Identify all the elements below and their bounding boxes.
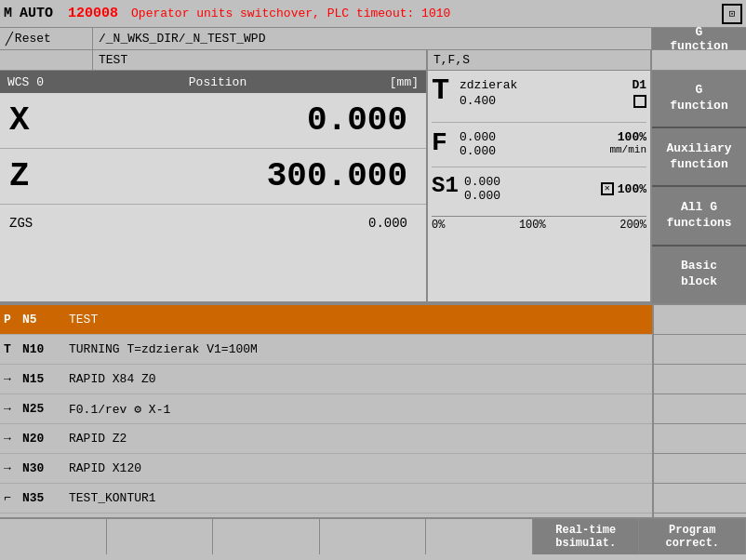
nc-row[interactable]: TN10TURNING T=zdzierak V1=100M — [0, 335, 652, 365]
nc-side-cell — [654, 394, 746, 424]
reset-slash: ╱ — [6, 32, 13, 47]
nc-side-cell — [654, 424, 746, 454]
path-display: /_N_WKS_DIR/_N_TEST_WPD — [93, 28, 652, 49]
top-bar: M AUTO 120008 Operator units switchover,… — [0, 0, 746, 28]
nc-content: TEST — [69, 313, 648, 327]
nc-content: RAPID Z2 — [69, 432, 648, 446]
nc-number: N30 — [22, 461, 69, 475]
t-content: zdzierak D1 0.400 — [460, 76, 646, 118]
z-axis-value: 300.000 — [56, 157, 417, 195]
program-name: TEST — [99, 53, 127, 67]
x-axis-value: 0.000 — [56, 101, 417, 140]
nc-row[interactable]: →N30RAPID X120 — [0, 454, 652, 484]
zgs-row: ZGS 0.000 — [0, 205, 426, 242]
alarm-code: 120008 — [68, 6, 118, 21]
nc-prefix: → — [4, 461, 22, 475]
nc-number: N10 — [22, 342, 69, 356]
nc-row[interactable]: →N25F0.1/rev ⚙ X-1 — [0, 394, 652, 424]
z-axis-name: Z — [9, 157, 56, 195]
f-label: F — [432, 127, 460, 163]
nc-side — [652, 305, 746, 517]
t-value: 0.400 — [460, 94, 496, 108]
g-function-side-btn[interactable]: G function — [652, 71, 746, 128]
nc-area: PN5TESTTN10TURNING T=zdzierak V1=100M→N1… — [0, 303, 746, 517]
f-pct: 100% — [609, 130, 646, 144]
nc-number: N35 — [22, 491, 69, 505]
nc-row[interactable]: →N15RAPID X84 Z0 — [0, 365, 652, 394]
spindle-x-icon: ✕ — [601, 182, 614, 195]
bottom-cell-4 — [426, 519, 533, 554]
s-content: 0.000 0.000 ✕ 100% — [464, 171, 646, 208]
unit-label: [mm] — [344, 75, 419, 89]
x-axis-name: X — [9, 101, 56, 140]
second-bar: ╱ Reset /_N_WKS_DIR/_N_TEST_WPD G functi… — [0, 28, 746, 50]
reset-button[interactable]: ╱ Reset — [0, 28, 93, 49]
zgs-value: 0.000 — [65, 216, 417, 231]
all-g-functions-btn[interactable]: All G functions — [652, 187, 746, 246]
nc-content: TURNING T=zdzierak V1=100M — [69, 342, 648, 356]
bottom-cell-5[interactable]: Real-time bsimulat. — [533, 519, 640, 554]
nc-side-cell — [654, 484, 746, 513]
nc-content: TEST_KONTUR1 — [69, 491, 648, 505]
bottom-cell-2 — [213, 519, 320, 554]
t-section: T zdzierak D1 0.400 — [432, 76, 646, 123]
nc-side-cell — [654, 335, 746, 365]
nc-side-cell — [654, 454, 746, 484]
aux-function-btn[interactable]: Auxiliary function — [652, 128, 746, 187]
f-unit: mm/min — [609, 144, 646, 155]
nc-row[interactable]: ⌐N35TEST_KONTUR1 — [0, 484, 652, 513]
position-panel: WCS 0 Position [mm] X 0.000 Z 300.000 ZG… — [0, 71, 428, 303]
t-square-icon — [633, 95, 646, 108]
s-label: S1 — [432, 171, 464, 208]
g-function-button[interactable]: G function — [652, 28, 746, 49]
nc-prefix: → — [4, 372, 22, 386]
f-val2: 0.000 — [460, 144, 496, 158]
bottom-cell-0 — [0, 519, 107, 554]
nc-number: N20 — [22, 432, 69, 446]
alarm-text: Operator units switchover, PLC timeout: … — [131, 7, 714, 20]
f-section: F 0.000 0.000 100% mm/min — [432, 127, 646, 167]
x-axis-row: X 0.000 — [0, 93, 426, 149]
nc-number: N25 — [22, 402, 69, 416]
progress-0: 0% — [432, 219, 445, 232]
wcs-label: WCS 0 — [7, 75, 91, 89]
s-pct: 100% — [618, 182, 646, 196]
tfs-label-area: T,F,S — [428, 50, 652, 70]
t-tool-name: zdzierak — [460, 78, 517, 92]
progress-bar: 0% 100% 200% — [432, 216, 646, 233]
nc-content: F0.1/rev ⚙ X-1 — [69, 402, 648, 417]
bottom-cell-6[interactable]: Program correct. — [639, 519, 746, 554]
t-d-label: D1 — [632, 78, 646, 92]
nc-lines: PN5TESTTN10TURNING T=zdzierak V1=100M→N1… — [0, 305, 652, 517]
program-name-area: TEST — [93, 50, 428, 70]
nc-row[interactable]: PN5TEST — [0, 305, 652, 335]
nc-number: N5 — [22, 313, 69, 327]
display-icon: ⊡ — [722, 4, 742, 24]
bottom-cell-3 — [320, 519, 427, 554]
z-axis-row: Z 300.000 — [0, 149, 426, 205]
nc-content: RAPID X120 — [69, 461, 648, 475]
s-val1: 0.000 — [464, 175, 500, 189]
nc-prefix: ⌐ — [4, 491, 22, 505]
t-label: T — [432, 76, 460, 118]
nc-number: N15 — [22, 372, 69, 386]
nc-row[interactable]: →N20RAPID Z2 — [0, 424, 652, 454]
nc-side-cell — [654, 365, 746, 394]
s-val2: 0.000 — [464, 189, 500, 203]
position-label: Position — [91, 75, 344, 89]
main-area: WCS 0 Position [mm] X 0.000 Z 300.000 ZG… — [0, 71, 746, 303]
progress-200: 200% — [619, 219, 646, 232]
nc-side-cell — [654, 305, 746, 335]
mode-icon: M — [4, 6, 12, 21]
reset-label: Reset — [15, 32, 51, 46]
nc-prefix: P — [4, 313, 22, 327]
tfs-panel: T zdzierak D1 0.400 F 0.000 0.000 — [428, 71, 652, 303]
side-buttons: G function Auxiliary function All G func… — [652, 71, 746, 303]
bottom-cell-1 — [107, 519, 214, 554]
basic-block-btn[interactable]: Basic block — [652, 247, 746, 303]
nc-prefix: → — [4, 432, 22, 446]
nc-content: RAPID X84 Z0 — [69, 372, 648, 386]
progress-100: 100% — [519, 219, 546, 232]
nc-prefix: → — [4, 402, 22, 416]
pos-header: WCS 0 Position [mm] — [0, 71, 426, 93]
